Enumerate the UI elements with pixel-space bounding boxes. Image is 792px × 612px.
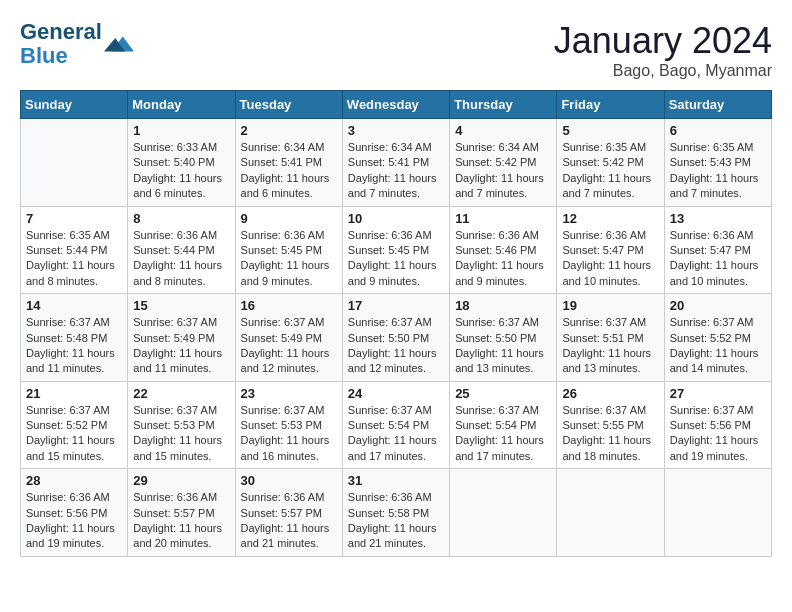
header-friday: Friday bbox=[557, 91, 664, 119]
day-number: 28 bbox=[26, 473, 122, 488]
day-number: 25 bbox=[455, 386, 551, 401]
day-number: 23 bbox=[241, 386, 337, 401]
day-number: 16 bbox=[241, 298, 337, 313]
table-row: 1Sunrise: 6:33 AMSunset: 5:40 PMDaylight… bbox=[128, 119, 235, 207]
day-number: 21 bbox=[26, 386, 122, 401]
day-info: Sunrise: 6:36 AMSunset: 5:45 PMDaylight:… bbox=[348, 228, 444, 290]
table-row: 8Sunrise: 6:36 AMSunset: 5:44 PMDaylight… bbox=[128, 206, 235, 294]
header-wednesday: Wednesday bbox=[342, 91, 449, 119]
day-number: 9 bbox=[241, 211, 337, 226]
table-row: 30Sunrise: 6:36 AMSunset: 5:57 PMDayligh… bbox=[235, 469, 342, 557]
table-row: 18Sunrise: 6:37 AMSunset: 5:50 PMDayligh… bbox=[450, 294, 557, 382]
table-row: 12Sunrise: 6:36 AMSunset: 5:47 PMDayligh… bbox=[557, 206, 664, 294]
day-number: 26 bbox=[562, 386, 658, 401]
day-info: Sunrise: 6:36 AMSunset: 5:47 PMDaylight:… bbox=[670, 228, 766, 290]
day-number: 10 bbox=[348, 211, 444, 226]
day-info: Sunrise: 6:35 AMSunset: 5:43 PMDaylight:… bbox=[670, 140, 766, 202]
day-number: 31 bbox=[348, 473, 444, 488]
table-row: 20Sunrise: 6:37 AMSunset: 5:52 PMDayligh… bbox=[664, 294, 771, 382]
day-info: Sunrise: 6:37 AMSunset: 5:55 PMDaylight:… bbox=[562, 403, 658, 465]
calendar-week-row: 14Sunrise: 6:37 AMSunset: 5:48 PMDayligh… bbox=[21, 294, 772, 382]
day-number: 12 bbox=[562, 211, 658, 226]
day-number: 19 bbox=[562, 298, 658, 313]
table-row: 2Sunrise: 6:34 AMSunset: 5:41 PMDaylight… bbox=[235, 119, 342, 207]
day-info: Sunrise: 6:36 AMSunset: 5:57 PMDaylight:… bbox=[241, 490, 337, 552]
day-info: Sunrise: 6:36 AMSunset: 5:58 PMDaylight:… bbox=[348, 490, 444, 552]
day-info: Sunrise: 6:37 AMSunset: 5:53 PMDaylight:… bbox=[241, 403, 337, 465]
day-number: 24 bbox=[348, 386, 444, 401]
calendar-header-row: Sunday Monday Tuesday Wednesday Thursday… bbox=[21, 91, 772, 119]
table-row: 26Sunrise: 6:37 AMSunset: 5:55 PMDayligh… bbox=[557, 381, 664, 469]
table-row: 4Sunrise: 6:34 AMSunset: 5:42 PMDaylight… bbox=[450, 119, 557, 207]
location: Bago, Bago, Myanmar bbox=[554, 62, 772, 80]
day-info: Sunrise: 6:36 AMSunset: 5:57 PMDaylight:… bbox=[133, 490, 229, 552]
day-number: 30 bbox=[241, 473, 337, 488]
calendar-body: 1Sunrise: 6:33 AMSunset: 5:40 PMDaylight… bbox=[21, 119, 772, 557]
month-title: January 2024 bbox=[554, 20, 772, 62]
table-row: 27Sunrise: 6:37 AMSunset: 5:56 PMDayligh… bbox=[664, 381, 771, 469]
table-row: 9Sunrise: 6:36 AMSunset: 5:45 PMDaylight… bbox=[235, 206, 342, 294]
table-row: 19Sunrise: 6:37 AMSunset: 5:51 PMDayligh… bbox=[557, 294, 664, 382]
table-row: 14Sunrise: 6:37 AMSunset: 5:48 PMDayligh… bbox=[21, 294, 128, 382]
table-row: 6Sunrise: 6:35 AMSunset: 5:43 PMDaylight… bbox=[664, 119, 771, 207]
day-number: 4 bbox=[455, 123, 551, 138]
table-row: 31Sunrise: 6:36 AMSunset: 5:58 PMDayligh… bbox=[342, 469, 449, 557]
header-monday: Monday bbox=[128, 91, 235, 119]
table-row: 5Sunrise: 6:35 AMSunset: 5:42 PMDaylight… bbox=[557, 119, 664, 207]
day-number: 8 bbox=[133, 211, 229, 226]
day-info: Sunrise: 6:37 AMSunset: 5:54 PMDaylight:… bbox=[455, 403, 551, 465]
table-row: 10Sunrise: 6:36 AMSunset: 5:45 PMDayligh… bbox=[342, 206, 449, 294]
calendar-week-row: 7Sunrise: 6:35 AMSunset: 5:44 PMDaylight… bbox=[21, 206, 772, 294]
header-tuesday: Tuesday bbox=[235, 91, 342, 119]
table-row: 16Sunrise: 6:37 AMSunset: 5:49 PMDayligh… bbox=[235, 294, 342, 382]
day-number: 1 bbox=[133, 123, 229, 138]
day-info: Sunrise: 6:37 AMSunset: 5:50 PMDaylight:… bbox=[348, 315, 444, 377]
day-number: 6 bbox=[670, 123, 766, 138]
table-row: 17Sunrise: 6:37 AMSunset: 5:50 PMDayligh… bbox=[342, 294, 449, 382]
day-number: 3 bbox=[348, 123, 444, 138]
table-row: 3Sunrise: 6:34 AMSunset: 5:41 PMDaylight… bbox=[342, 119, 449, 207]
table-row bbox=[450, 469, 557, 557]
header-thursday: Thursday bbox=[450, 91, 557, 119]
day-number: 29 bbox=[133, 473, 229, 488]
day-number: 7 bbox=[26, 211, 122, 226]
day-number: 15 bbox=[133, 298, 229, 313]
calendar-week-row: 1Sunrise: 6:33 AMSunset: 5:40 PMDaylight… bbox=[21, 119, 772, 207]
day-info: Sunrise: 6:36 AMSunset: 5:44 PMDaylight:… bbox=[133, 228, 229, 290]
logo-icon bbox=[104, 29, 134, 59]
day-info: Sunrise: 6:37 AMSunset: 5:56 PMDaylight:… bbox=[670, 403, 766, 465]
day-info: Sunrise: 6:35 AMSunset: 5:44 PMDaylight:… bbox=[26, 228, 122, 290]
logo-text: GeneralBlue bbox=[20, 20, 102, 68]
day-info: Sunrise: 6:36 AMSunset: 5:45 PMDaylight:… bbox=[241, 228, 337, 290]
day-info: Sunrise: 6:35 AMSunset: 5:42 PMDaylight:… bbox=[562, 140, 658, 202]
table-row: 24Sunrise: 6:37 AMSunset: 5:54 PMDayligh… bbox=[342, 381, 449, 469]
day-number: 14 bbox=[26, 298, 122, 313]
day-info: Sunrise: 6:37 AMSunset: 5:52 PMDaylight:… bbox=[670, 315, 766, 377]
day-number: 17 bbox=[348, 298, 444, 313]
logo: GeneralBlue bbox=[20, 20, 134, 68]
calendar-week-row: 21Sunrise: 6:37 AMSunset: 5:52 PMDayligh… bbox=[21, 381, 772, 469]
title-block: January 2024 Bago, Bago, Myanmar bbox=[554, 20, 772, 80]
day-number: 2 bbox=[241, 123, 337, 138]
table-row: 23Sunrise: 6:37 AMSunset: 5:53 PMDayligh… bbox=[235, 381, 342, 469]
day-info: Sunrise: 6:37 AMSunset: 5:54 PMDaylight:… bbox=[348, 403, 444, 465]
day-info: Sunrise: 6:36 AMSunset: 5:46 PMDaylight:… bbox=[455, 228, 551, 290]
day-info: Sunrise: 6:34 AMSunset: 5:41 PMDaylight:… bbox=[348, 140, 444, 202]
day-number: 20 bbox=[670, 298, 766, 313]
day-info: Sunrise: 6:37 AMSunset: 5:49 PMDaylight:… bbox=[241, 315, 337, 377]
table-row: 28Sunrise: 6:36 AMSunset: 5:56 PMDayligh… bbox=[21, 469, 128, 557]
day-info: Sunrise: 6:34 AMSunset: 5:42 PMDaylight:… bbox=[455, 140, 551, 202]
day-info: Sunrise: 6:37 AMSunset: 5:49 PMDaylight:… bbox=[133, 315, 229, 377]
table-row bbox=[664, 469, 771, 557]
table-row: 7Sunrise: 6:35 AMSunset: 5:44 PMDaylight… bbox=[21, 206, 128, 294]
day-info: Sunrise: 6:37 AMSunset: 5:50 PMDaylight:… bbox=[455, 315, 551, 377]
day-number: 13 bbox=[670, 211, 766, 226]
day-info: Sunrise: 6:37 AMSunset: 5:51 PMDaylight:… bbox=[562, 315, 658, 377]
table-row bbox=[21, 119, 128, 207]
day-info: Sunrise: 6:33 AMSunset: 5:40 PMDaylight:… bbox=[133, 140, 229, 202]
day-number: 5 bbox=[562, 123, 658, 138]
day-info: Sunrise: 6:37 AMSunset: 5:48 PMDaylight:… bbox=[26, 315, 122, 377]
table-row: 15Sunrise: 6:37 AMSunset: 5:49 PMDayligh… bbox=[128, 294, 235, 382]
calendar-table: Sunday Monday Tuesday Wednesday Thursday… bbox=[20, 90, 772, 557]
table-row: 21Sunrise: 6:37 AMSunset: 5:52 PMDayligh… bbox=[21, 381, 128, 469]
